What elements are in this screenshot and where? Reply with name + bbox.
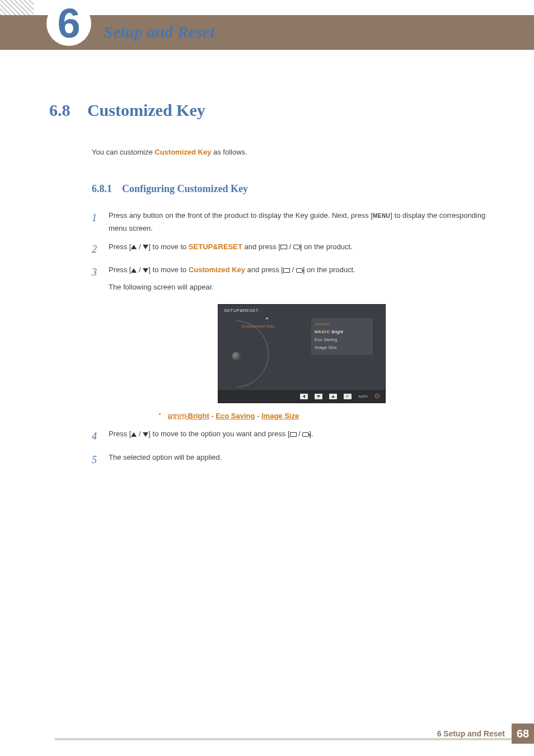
section-number: 6.8 (49, 101, 71, 120)
link-eco-saving[interactable]: Eco Saving (216, 412, 255, 420)
samsung-magic-label: SAMSUNG MAGIC (168, 414, 189, 419)
link-image-size[interactable]: Image Size (261, 412, 299, 420)
chapter-title: Setup and Reset (104, 22, 214, 41)
enter-icon (302, 432, 309, 437)
step-5: 5 The selected option will be applied. (92, 451, 495, 469)
osd-screenshot: SETUP&RESET Customized Key : SAMSUNGMAGI… (218, 304, 386, 403)
osd-knob-icon (232, 352, 241, 361)
osd-button-bar: AUTO ⏻ (218, 391, 386, 403)
footer: 6 Setup and Reset 68 (437, 724, 534, 744)
page-number: 68 (512, 724, 534, 744)
options-bullet: SAMSUNG MAGIC Bright - Eco Saving - Imag… (168, 410, 495, 423)
intro-text: You can customize Customized Key as foll… (92, 148, 495, 156)
source-icon (283, 268, 290, 273)
link-bright[interactable]: Bright (188, 412, 209, 420)
up-icon (131, 245, 137, 249)
up-icon (131, 432, 137, 437)
osd-left-btn (300, 394, 308, 399)
down-icon (143, 268, 148, 273)
source-icon (280, 245, 287, 249)
down-icon (143, 245, 148, 249)
osd-enter-btn (344, 394, 352, 399)
steps-list: 1 Press any button on the front of the p… (92, 209, 495, 469)
osd-down-btn (315, 394, 322, 399)
enter-icon (296, 268, 303, 273)
bullet-icon (159, 413, 161, 415)
step-3: 3 Press [ / ] to move to Customized Key … (92, 264, 495, 422)
footer-chapter-label: 6 Setup and Reset (437, 729, 505, 738)
osd-selected-item: Customized Key (242, 323, 274, 330)
osd-panel: SETUP&RESET Customized Key : SAMSUNGMAGI… (218, 304, 386, 391)
osd-option-bright: SAMSUNGMAGIC Bright (315, 320, 369, 336)
up-icon (131, 268, 137, 273)
chapter-badge: 6 (46, 1, 91, 46)
down-icon (143, 432, 148, 437)
step-2: 2 Press [ / ] to move to SETUP&RESET and… (92, 241, 495, 259)
source-icon (290, 432, 297, 437)
osd-scroll-up-icon (265, 317, 269, 319)
osd-power-icon: ⏻ (374, 392, 380, 401)
page-content: 6.8 Customized Key You can customize Cus… (49, 101, 495, 474)
step-4: 4 Press [ / ] to move to the option you … (92, 428, 495, 446)
enter-icon (293, 245, 300, 249)
menu-key-label: MENU (373, 213, 390, 219)
osd-up-btn (329, 394, 337, 399)
osd-option-size: Image Size (315, 344, 369, 352)
section-title: Customized Key (87, 101, 205, 120)
subsection-heading: 6.8.1Configuring Customized Key (92, 183, 495, 195)
osd-auto-btn: AUTO (358, 394, 368, 400)
osd-option-eco: Eco Saving (315, 336, 369, 344)
step-1: 1 Press any button on the front of the p… (92, 209, 495, 235)
osd-options-list: SAMSUNGMAGIC Bright Eco Saving Image Siz… (311, 318, 373, 355)
chapter-number: 6 (57, 3, 80, 44)
